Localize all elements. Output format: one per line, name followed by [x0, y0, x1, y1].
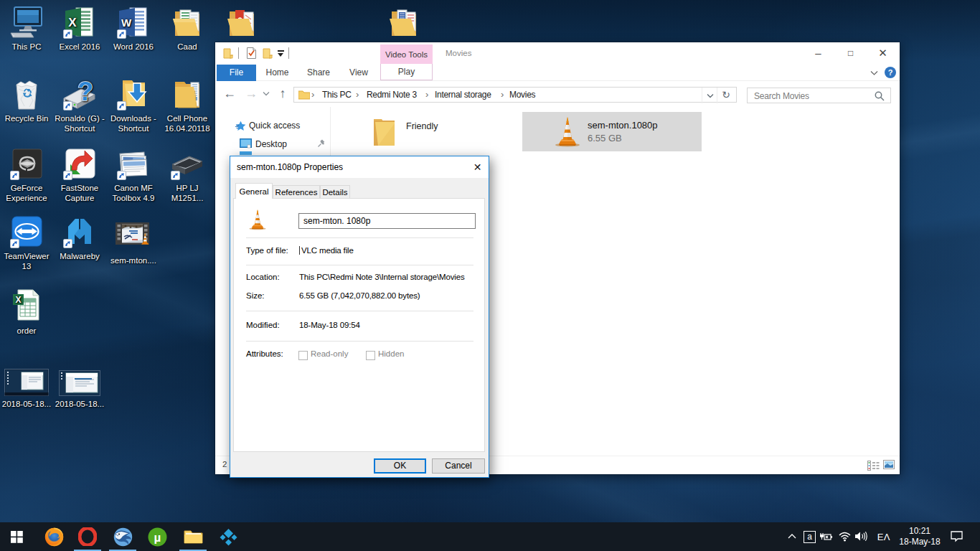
svg-text:W: W	[121, 17, 132, 29]
svg-text:µ: µ	[154, 530, 161, 544]
svg-text:X: X	[68, 16, 77, 29]
svg-text:X: X	[15, 295, 21, 305]
svg-text:?: ?	[77, 77, 93, 106]
